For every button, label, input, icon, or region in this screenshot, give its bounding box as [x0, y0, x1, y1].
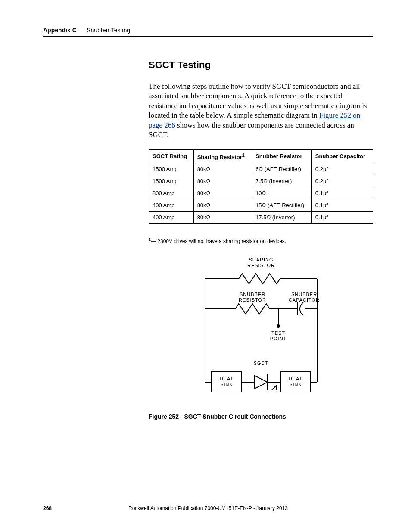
section-body: The following steps outline how to verif… [149, 82, 373, 140]
label-snubber-capacitor-1: SNUBBER [291, 292, 317, 297]
label-heat-sink-right-1: HEAT [288, 376, 302, 381]
label-test-point-2: POINT [270, 336, 286, 341]
table-row: 400 Amp 80kΩ 17.5Ω (Inverter) 0.1μf [149, 211, 373, 223]
col-snubber-capacitor: Snubber Capacitor [311, 149, 373, 163]
label-sharing-resistor-1: SHARING [249, 257, 273, 262]
table-footnote: 1— 2300V drives will not have a sharing … [149, 237, 373, 244]
page-footer: 268 Rockwell Automation Publication 7000… [43, 505, 373, 511]
label-heat-sink-left-2: SINK [220, 382, 233, 387]
col-snubber-resistor: Snubber Resistor [252, 149, 312, 163]
running-header: Appendix C Snubber Testing [43, 27, 373, 34]
table-row: 1500 Amp 80kΩ 7.5Ω (Inverter) 0.2μf [149, 175, 373, 187]
body-text-post: shows how the snubber components are con… [149, 121, 354, 139]
label-test-point-1: TEST [271, 330, 285, 336]
figure-caption: Figure 252 - SGCT Snubber Circuit Connec… [149, 413, 373, 420]
label-snubber-capacitor-2: CAPACITOR [288, 297, 319, 302]
col-sharing-resistor: Sharing Resistor1 [193, 149, 252, 163]
col-sgct-rating: SGCT Rating [149, 149, 194, 163]
main-content: SGCT Testing The following steps outline… [149, 59, 373, 420]
table-row: 800 Amp 80kΩ 10Ω 0.1μf [149, 187, 373, 199]
sgct-table: SGCT Rating Sharing Resistor1 Snubber Re… [149, 149, 373, 224]
table-header-row: SGCT Rating Sharing Resistor1 Snubber Re… [149, 149, 373, 163]
svg-marker-15 [255, 376, 268, 389]
label-snubber-resistor-2: RESISTOR [238, 297, 266, 302]
label-heat-sink-right-2: SINK [289, 382, 302, 387]
schematic-svg: SHARING RESISTOR SNUBBER RESISTOR SNUBBE… [188, 253, 334, 404]
section-heading: SGCT Testing [149, 59, 373, 71]
header-rule [43, 36, 373, 37]
label-sgct: SGCT [253, 361, 268, 366]
label-snubber-resistor-1: SNUBBER [239, 292, 265, 297]
appendix-label: Appendix C [43, 27, 77, 34]
label-sharing-resistor-2: RESISTOR [247, 263, 274, 268]
publication-id: Rockwell Automation Publication 7000-UM1… [43, 505, 373, 511]
table-row: 400 Amp 80kΩ 15Ω (AFE Rectifier) 0.1μf [149, 199, 373, 211]
header-title: Snubber Testing [87, 27, 130, 34]
figure-252: SHARING RESISTOR SNUBBER RESISTOR SNUBBE… [149, 253, 373, 420]
label-heat-sink-left-1: HEAT [219, 376, 234, 381]
table-row: 1500 Amp 80kΩ 6Ω (AFE Rectifier) 0.2μf [149, 163, 373, 175]
